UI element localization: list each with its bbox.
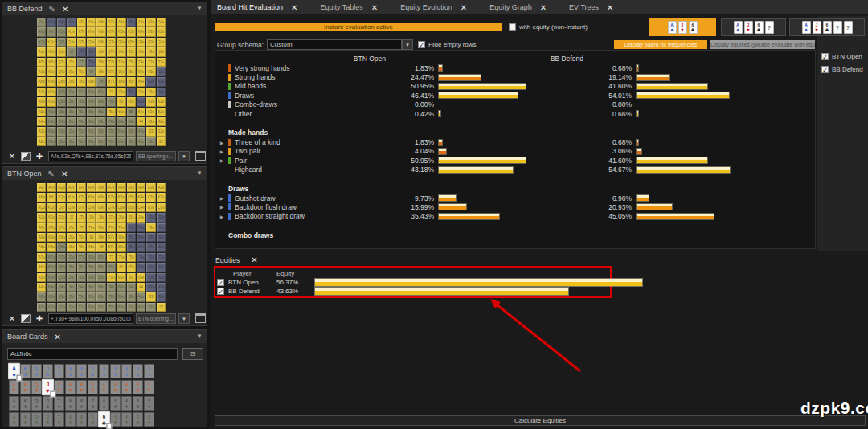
chevron-down-icon[interactable]: ▼ (196, 333, 203, 340)
range-cell-62s[interactable]: 62s (157, 263, 166, 272)
range-cell-Q8s[interactable]: Q8s (96, 203, 105, 212)
board-card-8h[interactable]: 8♥ (76, 380, 87, 394)
range-cell-T8o[interactable]: T8o (77, 243, 86, 251)
board-card-2h[interactable]: 2♥ (144, 380, 154, 394)
range-cell-83s[interactable]: 83s (146, 243, 155, 251)
range-cell-Q6o[interactable]: Q6o (57, 97, 66, 106)
board-card-7c[interactable]: 7♣ (88, 412, 98, 427)
preset-dropdown-arrow[interactable]: ▼ (178, 151, 190, 161)
range-cell-96o[interactable]: 96o (87, 263, 96, 272)
board-card-8c[interactable]: 8♣ (76, 412, 87, 427)
close-icon[interactable]: ✕ (55, 333, 61, 341)
range-cell-A6s[interactable]: A6s (117, 183, 125, 192)
range-cell-KK[interactable]: KK (47, 27, 55, 36)
range-cell-K4o[interactable]: K4o (47, 117, 55, 126)
range-cell-A5s[interactable]: A5s (127, 183, 136, 192)
range-cell-54s[interactable]: 54s (137, 273, 145, 282)
range-cell-KJo[interactable]: KJo (47, 213, 55, 222)
range-cell-63s[interactable]: 63s (146, 97, 155, 106)
range-cell-K9o[interactable]: K9o (47, 233, 55, 242)
board-card-3c[interactable]: 3♣ (133, 412, 143, 427)
range-cell-92s[interactable]: 92s (157, 233, 166, 242)
range-cell-T3s[interactable]: T3s (146, 223, 155, 232)
range-cell-K9o[interactable]: K9o (47, 67, 55, 76)
range-cell-83o[interactable]: 83o (96, 292, 105, 301)
display-equities-button[interactable]: Display equities (please evaluate with e… (710, 40, 815, 49)
expand-arrow-icon[interactable]: ▶ (215, 157, 228, 163)
range-cell-J2o[interactable]: J2o (67, 137, 76, 146)
range-cell-T4s[interactable]: T4s (137, 223, 145, 232)
range-cell-K6s[interactable]: K6s (117, 27, 125, 36)
range-cell-55[interactable]: 55 (127, 273, 136, 282)
tab-ev-trees[interactable]: EV Trees✕ (569, 3, 613, 12)
range-cell-A9s[interactable]: A9s (87, 18, 96, 27)
tab-close-icon[interactable]: ✕ (607, 3, 613, 12)
range-cell-97s[interactable]: 97s (107, 233, 116, 242)
range-cell-T6o[interactable]: T6o (77, 97, 86, 106)
range-cell-QTs[interactable]: QTs (77, 38, 86, 47)
range-cell-AKs[interactable]: AKs (47, 18, 55, 27)
range-cell-K8s[interactable]: K8s (96, 27, 105, 36)
board-card-4d[interactable]: 4♦ (121, 364, 132, 378)
range-cell-Q7o[interactable]: Q7o (57, 253, 66, 262)
hide-empty-checkbox[interactable]: ✓ (418, 41, 425, 48)
board-card-Ac[interactable]: A♣ (9, 412, 19, 427)
range-cell-KTs[interactable]: KTs (77, 27, 86, 36)
range-cell-74s[interactable]: 74s (137, 253, 145, 262)
range-cell-74s[interactable]: 74s (137, 88, 145, 96)
range-cell-J2o[interactable]: J2o (67, 303, 76, 312)
range-cell-92s[interactable]: 92s (157, 67, 166, 76)
range-cell-73s[interactable]: 73s (146, 88, 155, 96)
range-cell-72s[interactable]: 72s (157, 253, 166, 262)
board-card-7d[interactable]: 7♦ (88, 364, 98, 378)
range-cell-95o[interactable]: 95o (87, 273, 96, 282)
range-cell-J2s[interactable]: J2s (157, 213, 166, 222)
board-stage-button-turn[interactable]: A♦J♥6♣? (721, 18, 786, 36)
range-cell-53o[interactable]: 53o (127, 127, 136, 136)
range-cell-42o[interactable]: 42o (137, 303, 145, 312)
range-cell-97s[interactable]: 97s (107, 67, 116, 76)
range-cell-J7s[interactable]: J7s (107, 47, 116, 56)
range-cell-K9s[interactable]: K9s (87, 193, 96, 202)
range-cell-52o[interactable]: 52o (127, 303, 136, 312)
range-cell-A2o[interactable]: A2o (37, 303, 46, 312)
range-cell-QTo[interactable]: QTo (57, 58, 66, 67)
range-cell-J5s[interactable]: J5s (127, 213, 136, 222)
edit-pencil-icon[interactable]: ✎ (49, 5, 55, 14)
board-card-Td[interactable]: T♦ (54, 364, 64, 378)
range-cell-Q9o[interactable]: Q9o (57, 233, 66, 242)
range-cell-85s[interactable]: 85s (127, 77, 136, 86)
range-cell-T9o[interactable]: T9o (77, 233, 86, 242)
range-cell-76o[interactable]: 76o (107, 263, 116, 272)
range-cell-K2s[interactable]: K2s (157, 27, 166, 36)
range-cell-T3s[interactable]: T3s (146, 58, 155, 67)
range-cell-Q2o[interactable]: Q2o (57, 137, 66, 146)
range-cell-JTo[interactable]: JTo (67, 223, 76, 232)
range-cell-55[interactable]: 55 (127, 108, 136, 116)
range-cell-Q6o[interactable]: Q6o (57, 263, 66, 272)
range-cell-76s[interactable]: 76s (117, 253, 125, 262)
popout-window-icon[interactable] (195, 313, 206, 323)
range-cell-K3s[interactable]: K3s (146, 193, 155, 202)
close-icon[interactable]: ✕ (61, 170, 68, 178)
board-card-Tc[interactable]: T♣ (54, 412, 64, 427)
board-stage-button-flop[interactable]: A♦J♥6♣ (649, 18, 716, 36)
range-cell-Q9s[interactable]: Q9s (87, 38, 96, 47)
range-cell-K5s[interactable]: K5s (127, 27, 136, 36)
range-cell-T3o[interactable]: T3o (77, 127, 86, 136)
range-cell-T7o[interactable]: T7o (77, 253, 86, 262)
range-cell-64s[interactable]: 64s (137, 97, 145, 106)
group-schema-dropdown-arrow[interactable]: ▼ (402, 39, 413, 50)
range-cell-J9o[interactable]: J9o (67, 233, 76, 242)
range-cell-62s[interactable]: 62s (157, 97, 166, 106)
range-cell-A9o[interactable]: A9o (37, 67, 46, 76)
range-cell-99[interactable]: 99 (87, 67, 96, 76)
range-cell-72s[interactable]: 72s (157, 88, 166, 96)
expand-arrow-icon[interactable]: ▶ (215, 214, 228, 219)
range-cell-Q4o[interactable]: Q4o (57, 283, 66, 292)
range-cell-99[interactable]: 99 (87, 233, 96, 242)
expand-arrow-icon[interactable]: ▶ (215, 204, 228, 210)
range-cell-QQ[interactable]: QQ (57, 38, 66, 47)
range-cell-22[interactable]: 22 (157, 303, 166, 312)
range-preset-bb[interactable]: BB opening r... (136, 151, 176, 161)
